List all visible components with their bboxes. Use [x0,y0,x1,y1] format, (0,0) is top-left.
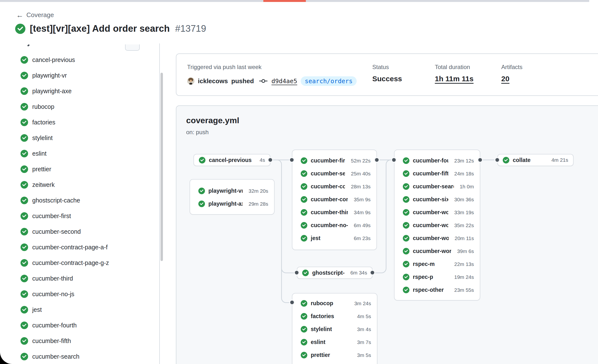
sidebar-job-item[interactable]: stylelint [0,130,159,146]
check-circle-success-icon [403,183,409,190]
job-row[interactable]: cucumber-contract-p... 28m 13s [292,180,376,193]
job-duration: 33m 19s [452,210,474,215]
sidebar-job-item[interactable]: cucumber-third [0,271,159,286]
branch-chip[interactable]: search/orders [301,76,357,86]
sidebar-job-item[interactable]: playwright-axe [0,83,159,99]
job-row[interactable]: cucumber-work-meta... 39m 6s [395,245,480,258]
sidebar-job-item[interactable]: cucumber-first [0,208,159,224]
job-row[interactable]: cucumber-first 52m 22s [292,154,376,167]
edge-trunk-up [386,171,386,263]
sidebar-job-item[interactable]: cucumber-contract-page-g-z [0,255,159,271]
check-circle-success-icon [403,261,409,267]
sidebar-job-item[interactable]: eslint [0,146,159,161]
sidebar-job-label: cucumber-search [32,353,79,360]
job-row[interactable]: cucumber-contract-pa... 35m 9s [292,193,376,206]
commit-sha-link[interactable]: d9d4ae5 [271,78,297,85]
job-duration: 22m 13s [452,261,474,267]
job-row[interactable]: playwright-axe 29m 28s [190,197,274,210]
group-lint: rubocop 3m 24s factories 4m 5s stylelint… [292,293,377,364]
edge-corner-to-lint [281,286,292,303]
run-number: #13719 [175,23,206,34]
job-row[interactable]: cucumber-search 1h 0m [395,180,480,193]
job-duration: 34m 9s [351,210,371,215]
job-row[interactable]: rspec-m 22m 13s [395,258,480,271]
job-name: cucumber-second [311,170,345,177]
sidebar-job-item[interactable]: ghostscript-cache [0,192,159,208]
sidebar-job-item[interactable]: cancel-previous [0,52,159,68]
check-circle-success-icon [21,322,28,329]
check-circle-success-icon [21,243,28,251]
sidebar-job-item[interactable]: prettier [0,161,159,177]
breadcrumb[interactable]: ← Coverage [16,11,54,19]
sidebar-job-label: rubocop [32,103,54,110]
sidebar-scrollbar[interactable] [160,73,163,261]
stat-total-duration: Total duration 1h 11m 11s [435,64,473,83]
job-row[interactable]: cucumber-fourth 23m 12s [395,154,480,167]
actor-name[interactable]: icklecows [198,77,228,85]
check-circle-success-icon [21,197,28,204]
breadcrumb-label[interactable]: Coverage [26,11,54,19]
job-name: stylelint [311,326,332,333]
job-row[interactable]: jest 6m 23s [292,232,376,245]
job-row[interactable]: cucumber-work-meta... 33m 19s [395,206,480,219]
job-row[interactable]: prettier 3m 5s [292,349,377,362]
job-row[interactable]: cucumber-second 25m 40s [292,167,376,180]
edge-dot [392,158,396,162]
job-name: cucumber-search [413,183,454,190]
check-circle-success-icon [21,134,28,142]
sidebar-job-label: prettier [32,166,51,173]
edge-dot [290,301,294,304]
job-row[interactable]: eslint 3m 7s [292,336,377,349]
node-collate[interactable]: collate 4m 21s [497,154,574,166]
job-row[interactable]: cucumber-fifth 24m 18s [395,167,480,180]
job-name: cucumber-no-js [311,222,348,229]
sidebar-job-item[interactable]: factories [0,114,159,130]
job-row[interactable]: stylelint 3m 4s [292,323,377,336]
sidebar-job-item[interactable]: jest [0,302,159,317]
group-cucumber: cucumber-first 52m 22s cucumber-second 2… [292,150,377,250]
sidebar-job-item[interactable]: cucumber-second [0,224,159,239]
actor-avatar[interactable] [187,77,194,85]
node-cancel-previous[interactable]: cancel-previous 4s [193,154,270,166]
job-row[interactable]: rubocop 3m 24s [292,297,377,310]
stat-value-duration-link[interactable]: 1h 11m 11s [435,75,473,83]
job-row[interactable]: cucumber-work-meta... 35m 22s [395,219,480,232]
check-circle-success-icon [21,87,28,95]
sidebar-job-item[interactable]: cucumber-fifth [0,333,159,349]
sidebar-job-item[interactable]: playwright-vr [0,68,159,83]
job-duration: 4m 21s [549,157,568,163]
sidebar-job-item[interactable]: cucumber-contract-page-a-f [0,239,159,255]
sidebar-job-item[interactable]: cucumber-no-js [0,286,159,302]
node-ghostscript-cache[interactable]: ghostscript-cache 6m 34s [297,267,373,279]
sidebar-job-label: factories [32,119,55,126]
edge-corner-from-ghostscript [373,262,386,273]
job-row[interactable]: cucumber-sixth 30m 36s [395,193,480,206]
check-circle-success-icon [301,157,307,164]
job-name: cucumber-third [311,209,348,216]
job-row[interactable]: factories 4m 5s [292,310,377,323]
push-event-row: icklecows pushed d9d4ae5 search/orders [187,76,357,86]
sidebar-job-item[interactable]: rubocop [0,99,159,114]
job-row[interactable]: cucumber-work-meta... 20m 11s [395,232,480,245]
check-circle-success-icon [21,103,28,111]
job-duration: 23m 12s [452,158,474,164]
check-circle-success-icon [301,352,307,358]
check-circle-success-icon [21,228,28,235]
job-row[interactable]: rspec-p 19m 24s [395,271,480,283]
job-duration: 4s [257,157,265,163]
sidebar-job-item[interactable]: cucumber-fourth [0,317,159,333]
job-row[interactable]: playwright-vr 32m 20s [190,184,274,197]
sidebar-job-item[interactable]: zeitwerk [0,177,159,192]
job-row[interactable]: cucumber-third 34m 9s [292,206,376,219]
check-circle-success-icon [301,235,307,242]
job-row[interactable]: rspec-other 23m 55s [395,283,480,296]
sidebar-job-item[interactable]: cucumber-search [0,349,159,364]
job-row[interactable]: cucumber-no-js 6m 49s [292,219,376,232]
job-name: collate [513,157,531,163]
sidebar-job-label: playwright-axe [32,88,72,95]
stat-value-artifacts-link[interactable]: 20 [501,75,523,83]
job-name: rspec-p [413,274,433,280]
sidebar-job-label: cucumber-contract-page-a-f [32,244,107,251]
edge-dot [268,158,272,162]
stat-status: Status Success [372,64,402,83]
